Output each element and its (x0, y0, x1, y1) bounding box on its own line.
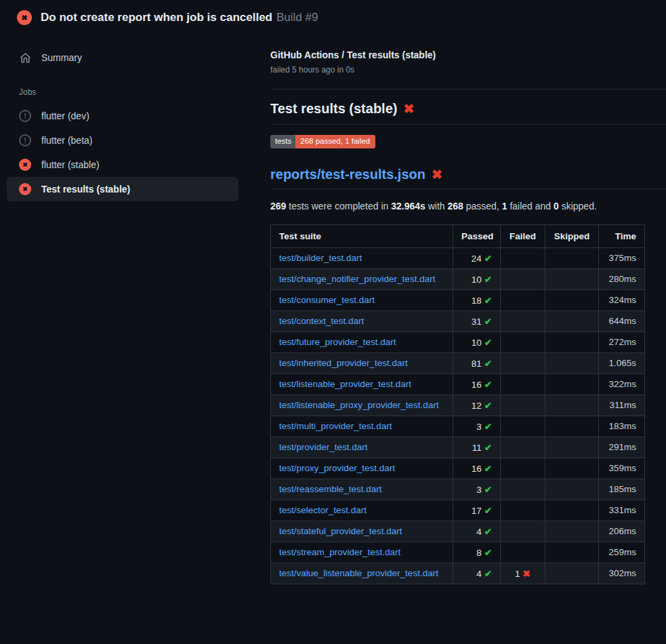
suite-link[interactable]: test/stream_provider_test.dart (279, 547, 400, 557)
suite-link[interactable]: test/multi_provider_test.dart (279, 421, 392, 431)
table-row: test/value_listenable_provider_test.dart… (271, 563, 645, 584)
suite-link[interactable]: test/reassemble_test.dart (279, 484, 382, 494)
check-icon: ✔ (484, 338, 492, 348)
status-neutral-icon: ! (19, 134, 31, 146)
time-cell: 259ms (599, 542, 645, 563)
table-row: test/reassemble_test.dart3✔185ms (271, 479, 645, 500)
failed-cell (501, 331, 545, 353)
skipped-cell (545, 458, 599, 479)
column-header: Passed (453, 224, 501, 247)
passed-cell: 12✔ (453, 395, 501, 416)
x-icon: ✖ (523, 569, 530, 579)
suite-cell: test/stream_provider_test.dart (271, 542, 453, 563)
sidebar-item-label: flutter (beta) (41, 135, 92, 146)
failed-cell (501, 268, 545, 289)
suite-link[interactable]: test/change_notifier_provider_test.dart (279, 274, 435, 284)
failed-cell (501, 289, 545, 310)
report-title-link[interactable]: reports/test-results.json (270, 167, 425, 182)
check-icon: ✔ (484, 254, 492, 264)
time-cell: 302ms (599, 563, 645, 584)
passed-cell: 17✔ (453, 500, 501, 521)
suite-cell: test/inherited_provider_test.dart (271, 353, 453, 374)
passed-cell: 11✔ (453, 437, 501, 458)
failed-cell (501, 521, 545, 542)
suite-link[interactable]: test/stateful_provider_test.dart (279, 526, 402, 536)
test-results-table: Test suitePassedFailedSkippedTime test/b… (270, 224, 645, 584)
sidebar-item-label: Test results (stable) (41, 184, 130, 195)
suite-cell: test/proxy_provider_test.dart (271, 458, 453, 479)
time-cell: 185ms (599, 479, 645, 500)
column-header: Test suite (271, 224, 453, 247)
time-cell: 1.065s (599, 353, 645, 374)
check-icon: ✔ (484, 401, 492, 411)
passed-cell: 16✔ (453, 374, 501, 395)
failed-cell (501, 479, 545, 500)
sidebar-item-job[interactable]: ✖Test results (stable) (7, 177, 238, 201)
summary-segment: tests were completed in (286, 201, 391, 212)
suite-link[interactable]: test/proxy_provider_test.dart (279, 463, 395, 473)
suite-cell: test/stateful_provider_test.dart (271, 521, 453, 542)
suite-link[interactable]: test/inherited_provider_test.dart (279, 358, 408, 368)
sidebar-item-summary[interactable]: Summary (7, 45, 238, 70)
jobs-section-label: Jobs (0, 87, 264, 97)
time-cell: 280ms (599, 268, 645, 289)
passed-cell: 8✔ (453, 542, 501, 563)
sidebar-item-job[interactable]: ✖flutter (stable) (7, 153, 238, 177)
failed-x-icon: ✖ (432, 167, 442, 182)
summary-segment: 268 (448, 201, 463, 212)
passed-cell: 31✔ (453, 310, 501, 331)
build-title: Do not create report when job is cancell… (41, 11, 318, 24)
time-cell: 324ms (599, 289, 645, 310)
table-row: test/selector_test.dart17✔331ms (271, 500, 645, 521)
failed-cell (501, 310, 545, 331)
sidebar-item-job[interactable]: !flutter (beta) (7, 128, 238, 153)
skipped-cell (545, 268, 599, 289)
column-header: Time (599, 224, 645, 247)
section-title: Test results (stable)✖ (270, 101, 666, 125)
failed-cell: 1✖ (501, 563, 545, 584)
suite-cell: test/selector_test.dart (271, 500, 453, 521)
suite-link[interactable]: test/provider_test.dart (279, 442, 368, 452)
suite-link[interactable]: test/consumer_test.dart (279, 295, 375, 305)
summary-segment: 269 (270, 201, 286, 212)
time-cell: 375ms (599, 247, 645, 268)
suite-cell: test/multi_provider_test.dart (271, 416, 453, 437)
passed-cell: 24✔ (453, 247, 501, 268)
status-neutral-icon: ! (19, 110, 31, 122)
table-row: test/future_provider_test.dart10✔272ms (271, 331, 645, 353)
sidebar-item-job[interactable]: !flutter (dev) (7, 104, 238, 128)
summary-segment: 0 (554, 201, 559, 212)
passed-cell: 10✔ (453, 268, 501, 289)
table-row: test/inherited_provider_test.dart81✔1.06… (271, 353, 645, 374)
check-icon: ✔ (484, 359, 492, 369)
build-number: Build #9 (276, 11, 318, 24)
sidebar-item-label: flutter (dev) (41, 110, 89, 121)
suite-link[interactable]: test/selector_test.dart (279, 505, 367, 515)
suite-link[interactable]: test/future_provider_test.dart (279, 337, 396, 347)
time-cell: 359ms (599, 458, 645, 479)
suite-cell: test/provider_test.dart (271, 437, 453, 458)
time-cell: 183ms (599, 416, 645, 437)
suite-link[interactable]: test/listenable_proxy_provider_test.dart (279, 400, 439, 410)
failed-cell (501, 247, 545, 268)
check-icon: ✔ (484, 443, 492, 453)
table-row: test/change_notifier_provider_test.dart1… (271, 268, 645, 289)
time-cell: 311ms (599, 395, 645, 416)
home-icon (19, 52, 31, 64)
time-cell: 206ms (599, 521, 645, 542)
failed-cell (501, 353, 545, 374)
skipped-cell (545, 289, 599, 310)
suite-cell: test/future_provider_test.dart (271, 331, 453, 353)
suite-link[interactable]: test/context_test.dart (279, 316, 364, 326)
check-icon: ✔ (484, 422, 492, 432)
table-row: test/consumer_test.dart18✔324ms (271, 289, 645, 310)
suite-cell: test/context_test.dart (271, 310, 453, 331)
table-row: test/proxy_provider_test.dart16✔359ms (271, 458, 645, 479)
suite-link[interactable]: test/value_listenable_provider_test.dart (279, 568, 438, 578)
suite-link[interactable]: test/builder_test.dart (279, 253, 362, 263)
table-row: test/stateful_provider_test.dart4✔206ms (271, 521, 645, 542)
passed-cell: 4✔ (453, 563, 501, 584)
build-failed-icon: ✖ (17, 10, 32, 25)
suite-link[interactable]: test/listenable_provider_test.dart (279, 379, 411, 389)
time-cell: 272ms (599, 331, 645, 353)
